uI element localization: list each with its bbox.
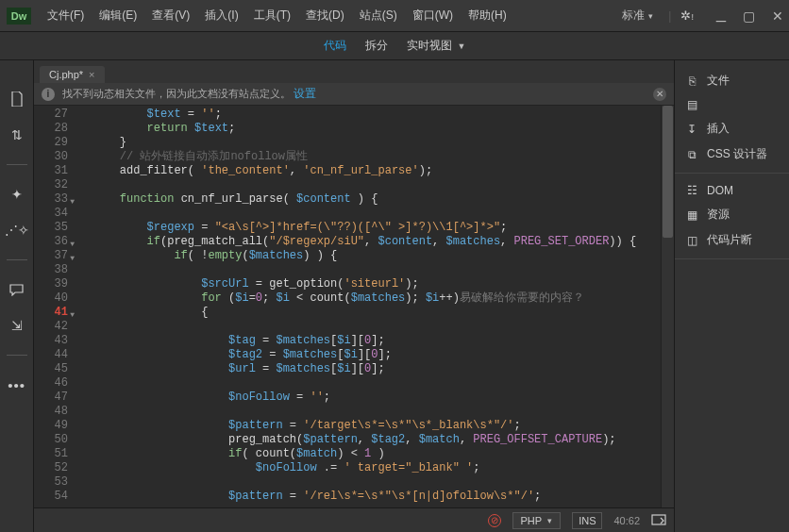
menu-item-8[interactable]: 帮助(H) xyxy=(462,4,512,27)
menu-item-1[interactable]: 编辑(E) xyxy=(93,4,143,27)
rp2-item-label-0: DOM xyxy=(707,184,733,197)
rp2-item-icon-2: ◫ xyxy=(684,234,699,247)
menu-item-0[interactable]: 文件(F) xyxy=(42,4,90,27)
layout-selector[interactable]: 标准▾ xyxy=(616,8,659,24)
language-selector[interactable]: PHP▾ xyxy=(512,512,562,529)
rp-item-2[interactable]: ↧插入 xyxy=(675,116,789,141)
info-icon: i xyxy=(42,88,55,101)
menu-item-3[interactable]: 插入(I) xyxy=(199,4,243,27)
line-gutter: 27282930313233▼343536▼37▼38394041▼424344… xyxy=(34,106,76,507)
menu-item-2[interactable]: 查看(V) xyxy=(146,4,195,27)
menu-item-4[interactable]: 工具(T) xyxy=(248,4,296,27)
menu-item-6[interactable]: 站点(S) xyxy=(354,4,403,27)
vertical-scrollbar[interactable] xyxy=(661,106,674,507)
swap-icon[interactable]: ⇅ xyxy=(8,126,25,143)
collapse-icon[interactable]: ⇲ xyxy=(8,317,25,334)
sparkle-icon[interactable]: ⋰✧ xyxy=(8,222,25,239)
info-close-icon[interactable]: ✕ xyxy=(653,88,666,101)
rp-item-0[interactable]: ⎘文件 xyxy=(675,68,789,93)
tab-bar: Cj.php* × xyxy=(34,60,674,83)
rp-item-icon-3: ⧉ xyxy=(684,148,699,161)
wand-icon[interactable]: ✦ xyxy=(8,186,25,203)
menu-item-5[interactable]: 查找(D) xyxy=(300,4,350,27)
screen-icon[interactable] xyxy=(651,514,666,527)
tab-file[interactable]: Cj.php* × xyxy=(40,66,105,83)
scrollbar-thumb[interactable] xyxy=(663,106,673,238)
maximize-button[interactable]: ▢ xyxy=(743,8,755,24)
rp-item-icon-0: ⎘ xyxy=(684,75,699,88)
code-editor[interactable]: 27282930313233▼343536▼37▼38394041▼424344… xyxy=(34,106,674,507)
rp2-item-label-1: 资源 xyxy=(707,207,730,223)
titlebar: Dw 文件(F)编辑(E)查看(V)插入(I)工具(T)查找(D)站点(S)窗口… xyxy=(0,0,789,32)
file-icon[interactable] xyxy=(8,91,25,108)
menu-item-7[interactable]: 窗口(W) xyxy=(407,4,459,27)
left-toolbar: ⇅ ✦ ⋰✧ ⇲ ••• xyxy=(0,60,34,532)
cursor-position: 40:62 xyxy=(613,515,640,526)
view-split[interactable]: 拆分 xyxy=(356,34,397,58)
close-button[interactable]: ✕ xyxy=(772,8,783,24)
rp2-item-1[interactable]: ▦资源 xyxy=(675,202,789,227)
rp-item-1[interactable]: ▤ xyxy=(675,93,789,116)
rp2-item-label-2: 代码片断 xyxy=(707,232,752,248)
tab-label: Cj.php* xyxy=(49,69,83,80)
more-icon[interactable]: ••• xyxy=(8,376,25,393)
right-panel: ⎘文件▤↧插入⧉CSS 设计器 ☷DOM▦资源◫代码片断 xyxy=(674,60,789,532)
view-code[interactable]: 代码 xyxy=(314,34,356,58)
svg-text:Dw: Dw xyxy=(11,10,27,22)
rp2-item-icon-1: ▦ xyxy=(684,208,699,222)
error-indicator-icon[interactable]: ⊘ xyxy=(488,514,501,527)
rp-item-label-3: CSS 设计器 xyxy=(707,146,767,162)
rp-item-label-0: 文件 xyxy=(707,73,730,89)
app-logo: Dw xyxy=(6,7,32,25)
rp2-item-2[interactable]: ◫代码片断 xyxy=(675,227,789,253)
rp2-item-icon-0: ☷ xyxy=(684,184,699,197)
rp2-item-0[interactable]: ☷DOM xyxy=(675,179,789,202)
rp-item-icon-1: ▤ xyxy=(684,98,699,111)
info-bar: i 找不到动态相关文件，因为此文档没有站点定义。 设置 ✕ xyxy=(34,83,674,106)
svg-rect-2 xyxy=(652,515,665,524)
comment-icon[interactable] xyxy=(8,281,25,298)
info-settings-link[interactable]: 设置 xyxy=(294,86,316,102)
status-bar: ⊘ PHP▾ INS 40:62 xyxy=(34,507,674,532)
rp-item-3[interactable]: ⧉CSS 设计器 xyxy=(675,141,789,167)
info-text: 找不到动态相关文件，因为此文档没有站点定义。 xyxy=(62,87,291,101)
minimize-button[interactable]: _ xyxy=(716,8,726,24)
insert-mode[interactable]: INS xyxy=(572,512,602,529)
rp-item-label-2: 插入 xyxy=(707,121,730,137)
view-switcher: 代码 拆分 实时视图▼ xyxy=(0,32,789,60)
divider: | xyxy=(668,9,671,23)
tab-close-icon[interactable]: × xyxy=(89,69,94,80)
rp-item-icon-2: ↧ xyxy=(684,123,699,136)
code-content[interactable]: $text = ''; return $text; } // 站外链接自动添加n… xyxy=(76,106,661,507)
view-live[interactable]: 实时视图▼ xyxy=(397,34,476,58)
settings-icon[interactable]: ✲! xyxy=(680,8,694,23)
main-menu: 文件(F)编辑(E)查看(V)插入(I)工具(T)查找(D)站点(S)窗口(W)… xyxy=(42,4,512,27)
